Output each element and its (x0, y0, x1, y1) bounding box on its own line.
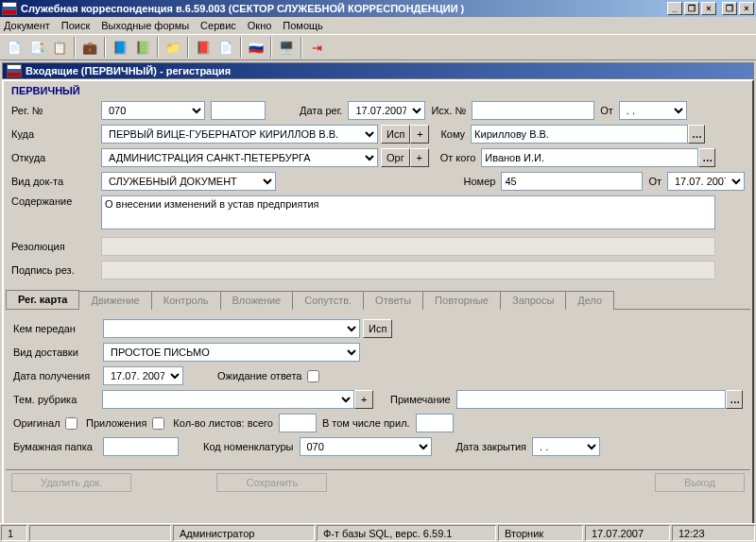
close-button[interactable]: × (701, 2, 716, 15)
toolbar-btn-9[interactable]: 📄 (215, 37, 236, 58)
note-input[interactable] (456, 390, 727, 409)
toolbar-btn-1[interactable]: 📄 (4, 37, 25, 58)
toolbar-btn-8[interactable]: 📕 (193, 37, 214, 58)
tab-answers[interactable]: Ответы (363, 291, 423, 310)
reg-no-label: Рег. № (11, 105, 101, 116)
mdi-restore-button[interactable]: ❐ (722, 2, 737, 15)
to-whom-input[interactable] (471, 125, 688, 144)
where-select[interactable]: ПЕРВЫЙ ВИЦЕ-ГУБЕРНАТОР КИРИЛЛОВ В.В. (101, 125, 378, 144)
topic-select[interactable] (102, 390, 355, 409)
minimize-button[interactable]: _ (667, 2, 682, 15)
to-whom-more[interactable]: … (688, 125, 705, 144)
exit-button[interactable]: Выход (655, 473, 745, 492)
org-add-button[interactable]: + (410, 148, 429, 167)
toolbar-btn-10[interactable]: 🖥️ (276, 37, 297, 58)
original-label: Оригинал (13, 417, 65, 429)
topic-label: Тем. рубрика (13, 394, 102, 405)
reg-no-extra[interactable] (211, 101, 266, 120)
save-button[interactable]: Сохранить (216, 473, 327, 492)
out-no-input[interactable] (472, 101, 594, 120)
from-whom-label: От кого (435, 152, 482, 163)
toolbar-btn-3[interactable]: 📋 (49, 37, 70, 58)
isp-button[interactable]: Исп (381, 125, 410, 144)
from-whom-input[interactable] (481, 148, 698, 167)
menu-window[interactable]: Окно (248, 20, 272, 31)
reg-date-label: Дата рег. (294, 105, 348, 116)
wait-checkbox[interactable] (307, 370, 319, 382)
tab-attach[interactable]: Вложение (220, 291, 294, 310)
toolbar-btn-4[interactable]: 💼 (79, 37, 100, 58)
by-whom-select[interactable] (103, 319, 360, 338)
tab-requests[interactable]: Запросы (500, 291, 566, 310)
folder-label: Бумажная папка (13, 441, 103, 452)
delivery-select[interactable]: ПРОСТОЕ ПИСЬМО (103, 343, 360, 362)
where-label: Куда (11, 128, 101, 140)
reg-date[interactable]: 17.07.2007 (348, 101, 425, 120)
note-label: Примечание (385, 394, 456, 405)
from-select[interactable]: АДМИНИСТРАЦИЯ САНКТ-ПЕТЕРБУРГА (101, 148, 378, 167)
menu-service[interactable]: Сервис (200, 20, 236, 31)
menu-search[interactable]: Поиск (61, 20, 90, 31)
toolbar-btn-7[interactable]: 📁 (163, 37, 183, 58)
tab-body: Кем передан Исп Вид доставки ПРОСТОЕ ПИС… (11, 310, 745, 466)
toolbar-btn-flag[interactable]: 🇷🇺 (246, 37, 266, 58)
org-button[interactable]: Орг (381, 148, 410, 167)
out-no-label: Исх. № (425, 105, 472, 116)
wait-label: Ожидание ответа (212, 370, 307, 381)
from-date1[interactable]: . . (619, 101, 687, 120)
delete-button[interactable]: Удалить док. (11, 473, 131, 492)
bottom-buttons: Удалить док. Сохранить Выход (6, 469, 750, 492)
incl-input[interactable] (416, 414, 454, 432)
reg-no-select[interactable]: 070 (101, 101, 205, 120)
menu-help[interactable]: Помощь (283, 20, 323, 31)
toolbar-btn-6[interactable]: 📗 (132, 37, 153, 58)
isp-add-button[interactable]: + (410, 125, 429, 144)
number-label: Номер (458, 176, 502, 187)
restore-button[interactable]: ❐ (684, 2, 699, 15)
tab-repeat[interactable]: Повторные (422, 291, 501, 310)
recv-date-label: Дата получения (13, 370, 103, 381)
attach-checkbox[interactable] (152, 417, 164, 430)
mdi-icon (7, 64, 22, 77)
tab-movement[interactable]: Движение (78, 291, 151, 310)
tab-control[interactable]: Контроль (151, 291, 221, 310)
doc-type-label: Вид док-та (11, 176, 101, 187)
primary-label: ПЕРВИЧНЫЙ (11, 85, 745, 96)
mdi-close-button[interactable]: × (739, 2, 754, 15)
sheets-input[interactable] (279, 414, 317, 432)
content-text[interactable]: О внесении изменений в устав предприятия (101, 195, 715, 229)
menu-forms[interactable]: Выходные формы (101, 20, 189, 31)
status-db: Ф-т базы SQL, верс. 6.59.1 (317, 525, 496, 541)
nomen-select[interactable]: 070 (300, 437, 432, 456)
folder-input[interactable] (103, 437, 179, 456)
isp2-button[interactable]: Исп (363, 319, 392, 338)
mdi-title-bar: Входящие (ПЕРВИЧНЫЙ) - регистрация (2, 62, 754, 79)
tab-case[interactable]: Дело (565, 291, 614, 310)
mdi-title: Входящие (ПЕРВИЧНЫЙ) - регистрация (26, 65, 231, 76)
tab-related[interactable]: Сопутств. (292, 291, 364, 310)
number-input[interactable] (501, 172, 643, 191)
menu-document[interactable]: Документ (4, 20, 50, 31)
status-bar: 1 Администратор Ф-т базы SQL, верс. 6.59… (0, 523, 756, 542)
from-label: Откуда (11, 152, 101, 163)
tab-reg-card[interactable]: Рег. карта (6, 290, 79, 309)
recv-date[interactable]: 17.07. 2007 (103, 366, 183, 385)
note-more[interactable]: … (726, 390, 743, 409)
original-checkbox[interactable] (65, 417, 77, 430)
delivery-label: Вид доставки (13, 347, 103, 358)
close-date[interactable]: . . (532, 437, 600, 456)
form-panel: ПЕРВИЧНЫЙ Рег. № 070 Дата рег. 17.07.200… (2, 79, 754, 538)
sign-box (101, 261, 715, 279)
menu-bar: Документ Поиск Выходные формы Сервис Окн… (0, 17, 756, 34)
ext-date-label: От (643, 176, 667, 187)
sign-label: Подпись рез. (11, 264, 101, 276)
topic-add[interactable]: + (354, 390, 373, 409)
app-icon (2, 2, 17, 15)
ext-date[interactable]: 17.07. 2007 (667, 172, 745, 191)
title-text: Служебная корреспонденция в.6.59.003 (СЕ… (21, 3, 464, 14)
toolbar-btn-2[interactable]: 📑 (26, 37, 47, 58)
toolbar-btn-5[interactable]: 📘 (110, 37, 130, 58)
toolbar-btn-exit[interactable]: ⇥ (306, 37, 327, 58)
from-whom-more[interactable]: … (698, 148, 715, 167)
doc-type-select[interactable]: СЛУЖЕБНЫЙ ДОКУМЕНТ (101, 172, 276, 191)
